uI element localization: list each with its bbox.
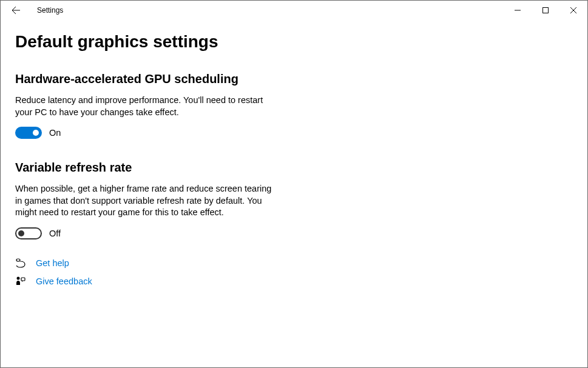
feedback-icon xyxy=(15,276,26,287)
arrow-left-icon xyxy=(11,5,21,15)
page-title: Default graphics settings xyxy=(15,32,573,52)
maximize-button[interactable] xyxy=(532,1,559,20)
vrr-toggle-label: Off xyxy=(49,229,61,238)
gpu-scheduling-heading: Hardware-accelerated GPU scheduling xyxy=(15,72,573,86)
svg-point-1 xyxy=(17,276,20,279)
app-title: Settings xyxy=(37,6,63,15)
vrr-description: When possible, get a higher frame rate a… xyxy=(15,183,276,219)
content-area: Default graphics settings Hardware-accel… xyxy=(1,20,587,306)
vrr-toggle[interactable] xyxy=(15,227,42,239)
window-controls xyxy=(504,1,587,20)
minimize-button[interactable] xyxy=(504,1,532,20)
get-help-label: Get help xyxy=(36,258,69,268)
vrr-heading: Variable refresh rate xyxy=(15,161,573,175)
help-icon xyxy=(15,258,26,269)
toggle-knob xyxy=(33,130,39,136)
give-feedback-link[interactable]: Give feedback xyxy=(15,276,573,287)
gpu-scheduling-toggle-row: On xyxy=(15,127,573,139)
close-icon xyxy=(570,7,576,13)
toggle-knob xyxy=(18,230,24,236)
back-button[interactable] xyxy=(7,1,25,19)
titlebar: Settings xyxy=(1,1,587,20)
svg-rect-2 xyxy=(21,278,25,281)
gpu-scheduling-toggle[interactable] xyxy=(15,127,42,139)
vrr-toggle-row: Off xyxy=(15,227,573,239)
get-help-link[interactable]: Get help xyxy=(15,258,573,269)
give-feedback-label: Give feedback xyxy=(36,276,92,286)
close-button[interactable] xyxy=(559,1,587,20)
gpu-scheduling-toggle-label: On xyxy=(49,128,61,138)
svg-rect-0 xyxy=(543,8,549,13)
titlebar-left: Settings xyxy=(1,1,63,19)
maximize-icon xyxy=(542,7,549,13)
minimize-icon xyxy=(515,7,521,13)
gpu-scheduling-description: Reduce latency and improve performance. … xyxy=(15,95,276,118)
